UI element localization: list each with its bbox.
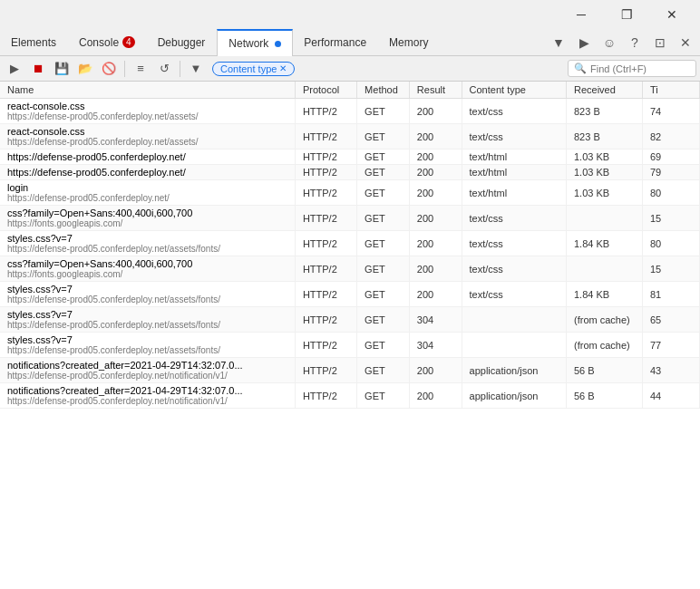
filter-chip-close-icon[interactable]: ✕	[279, 63, 287, 73]
cell-time: 80	[642, 231, 699, 256]
cell-content_type: text/css	[462, 282, 566, 307]
tab-bar-right: ▼ ▶ ☺ ? ⊡ ✕	[548, 29, 700, 55]
cell-method: GET	[357, 180, 410, 206]
col-header-time[interactable]: Ti	[642, 82, 699, 99]
tab-debugger[interactable]: Debugger	[147, 29, 218, 55]
row-name-primary: styles.css?v=7	[7, 309, 73, 320]
tab-console[interactable]: Console 4	[68, 29, 147, 55]
dock-button[interactable]: ▶	[573, 32, 595, 53]
content-type-filter-chip[interactable]: Content type ✕	[212, 62, 295, 76]
filter-icon-button[interactable]: ▼	[185, 58, 207, 80]
table-row[interactable]: notifications?created_after=2021-04-29T1…	[0, 358, 700, 383]
network-table[interactable]: Name Protocol Method Result Content type…	[0, 82, 700, 589]
cell-received: 1.84 KB	[567, 282, 643, 307]
row-name-url: https://defense-prod05.conferdeploy.net/…	[7, 371, 287, 381]
cell-name: css?family=Open+Sans:400,400i,600,700htt…	[0, 206, 295, 231]
cell-received: 1.03 KB	[567, 180, 643, 206]
minimize-button[interactable]: ─	[560, 0, 602, 29]
cell-content_type	[462, 307, 566, 333]
cell-name: styles.css?v=7https://defense-prod05.con…	[0, 333, 295, 358]
record-button[interactable]: ▶	[4, 58, 25, 80]
cell-protocol: HTTP/2	[295, 150, 356, 165]
cell-name: https://defense-prod05.conferdeploy.net/	[0, 165, 295, 180]
col-header-method[interactable]: Method	[357, 82, 410, 99]
cell-protocol: HTTP/2	[295, 206, 356, 231]
cell-method: GET	[357, 124, 410, 150]
cell-content_type: text/css	[462, 256, 566, 282]
maximize-button[interactable]: ❐	[606, 0, 647, 29]
cell-method: GET	[357, 358, 410, 383]
cell-protocol: HTTP/2	[295, 256, 356, 282]
table-row[interactable]: styles.css?v=7https://defense-prod05.con…	[0, 282, 700, 307]
row-name-url: https://defense-prod05.conferdeploy.net/…	[7, 244, 287, 254]
tab-performance[interactable]: Performance	[293, 29, 378, 55]
network-toolbar: ▶ ⏹ 💾 📂 🚫 ≡ ↺ ▼ Content type ✕ 🔍	[0, 56, 700, 82]
cell-result: 200	[409, 180, 462, 206]
table-row[interactable]: styles.css?v=7https://defense-prod05.con…	[0, 231, 700, 256]
cell-result: 200	[409, 150, 462, 165]
search-input[interactable]	[590, 63, 690, 74]
save-button[interactable]: 💾	[51, 58, 73, 80]
help-button[interactable]: ?	[624, 32, 646, 53]
cell-content_type: text/css	[462, 206, 566, 231]
table-body: react-console.csshttps://defense-prod05.…	[0, 99, 700, 409]
table-row[interactable]: css?family=Open+Sans:400,400i,600,700htt…	[0, 256, 700, 282]
table-row[interactable]: styles.css?v=7https://defense-prod05.con…	[0, 333, 700, 358]
table-header: Name Protocol Method Result Content type…	[0, 82, 700, 99]
filter-chip-label: Content type	[220, 63, 277, 74]
tab-memory-label: Memory	[389, 36, 428, 49]
tab-network[interactable]: Network	[217, 29, 293, 56]
cell-received: 56 B	[567, 383, 643, 409]
col-header-result[interactable]: Result	[409, 82, 462, 99]
table-row[interactable]: styles.css?v=7https://defense-prod05.con…	[0, 307, 700, 333]
table-row[interactable]: https://defense-prod05.conferdeploy.net/…	[0, 165, 700, 180]
cell-method: GET	[357, 165, 410, 180]
tab-memory[interactable]: Memory	[378, 29, 440, 55]
table-row[interactable]: css?family=Open+Sans:400,400i,600,700htt…	[0, 206, 700, 231]
all-button[interactable]: ≡	[130, 58, 151, 80]
cell-name: notifications?created_after=2021-04-29T1…	[0, 383, 295, 409]
col-header-protocol[interactable]: Protocol	[295, 82, 356, 99]
row-name-primary: css?family=Open+Sans:400,400i,600,700	[7, 208, 192, 218]
tab-elements[interactable]: Elements	[0, 29, 68, 55]
table-row[interactable]: loginhttps://defense-prod05.conferdeploy…	[0, 180, 700, 206]
cell-result: 200	[409, 165, 462, 180]
cell-content_type: text/html	[462, 150, 566, 165]
separator-1	[124, 61, 125, 77]
cell-name: notifications?created_after=2021-04-29T1…	[0, 358, 295, 383]
cell-content_type: text/html	[462, 180, 566, 206]
cell-content_type: text/html	[462, 165, 566, 180]
row-name-primary: styles.css?v=7	[7, 233, 73, 244]
table-row[interactable]: notifications?created_after=2021-04-29T1…	[0, 383, 700, 409]
cell-method: GET	[357, 256, 410, 282]
col-header-received[interactable]: Received	[567, 82, 643, 99]
responsive-button[interactable]: ⊡	[649, 32, 671, 53]
cell-result: 200	[409, 206, 462, 231]
happy-icon[interactable]: ☺	[598, 32, 620, 53]
close-devtools-button[interactable]: ✕	[675, 32, 696, 53]
search-box[interactable]: 🔍	[568, 60, 696, 77]
network-recording-dot	[275, 41, 281, 47]
cell-content_type: application/json	[462, 358, 566, 383]
import-button[interactable]: 📂	[74, 58, 96, 80]
col-header-content-type[interactable]: Content type	[462, 82, 566, 99]
reload-button[interactable]: ↺	[153, 58, 175, 80]
cell-time: 69	[642, 150, 699, 165]
stop-button[interactable]: ⏹	[27, 58, 49, 80]
close-button[interactable]: ✕	[651, 0, 693, 29]
col-header-name[interactable]: Name	[0, 82, 295, 99]
cell-method: GET	[357, 383, 410, 409]
table-row[interactable]: react-console.csshttps://defense-prod05.…	[0, 99, 700, 124]
table-row[interactable]: https://defense-prod05.conferdeploy.net/…	[0, 150, 700, 165]
more-tools-button[interactable]: ▼	[548, 32, 569, 53]
cell-content_type: text/css	[462, 124, 566, 150]
cell-protocol: HTTP/2	[295, 358, 356, 383]
cell-protocol: HTTP/2	[295, 231, 356, 256]
clear-button[interactable]: 🚫	[98, 58, 120, 80]
tab-performance-label: Performance	[304, 36, 366, 49]
row-name-url: https://defense-prod05.conferdeploy.net/…	[7, 396, 287, 406]
cell-received: (from cache)	[567, 307, 643, 333]
cell-result: 200	[409, 124, 462, 150]
cell-received: 1.84 KB	[567, 231, 643, 256]
table-row[interactable]: react-console.csshttps://defense-prod05.…	[0, 124, 700, 150]
